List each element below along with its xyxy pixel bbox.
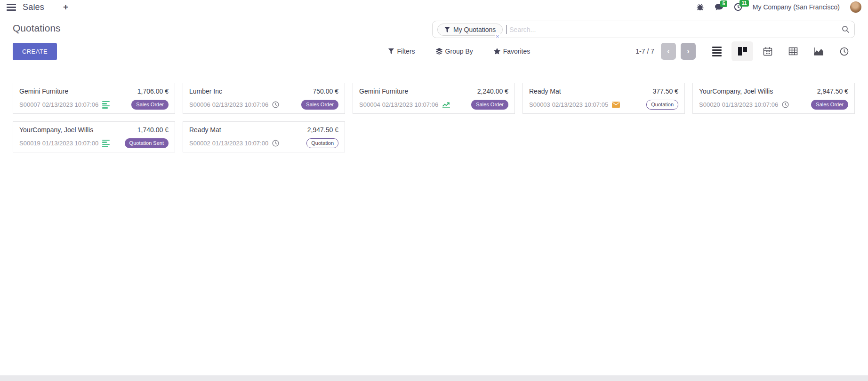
search-facet-label: My Quotations (453, 26, 496, 33)
activity-email-icon[interactable] (612, 102, 620, 108)
amount-total: 750.00 € (313, 87, 339, 95)
company-name[interactable]: My Company (San Francisco) (753, 3, 840, 11)
debug-bug-icon[interactable] (696, 3, 704, 11)
order-reference: S00007 (19, 101, 40, 108)
pager-previous-button[interactable]: ‹ (661, 43, 676, 60)
order-reference: S00019 (19, 140, 40, 147)
partner-name: Ready Mat (529, 87, 561, 95)
filters-label: Filters (397, 48, 415, 55)
order-reference: S00004 (359, 101, 380, 108)
partner-name: Ready Mat (189, 126, 221, 134)
activities-clock-icon[interactable]: 11 (734, 3, 742, 11)
activity-trend-chart-icon[interactable] (442, 101, 450, 108)
quotation-card[interactable]: Gemini Furniture 1,706.00 € S0000702/13/… (13, 83, 175, 114)
order-reference: S00002 (189, 140, 210, 147)
view-activity-button[interactable] (833, 41, 855, 61)
amount-total: 2,947.50 € (307, 126, 338, 134)
amount-total: 2,947.50 € (817, 87, 848, 95)
pivot-view-icon (788, 47, 798, 56)
quotation-card[interactable]: Ready Mat 2,947.50 € S0000201/13/2023 10… (183, 121, 345, 152)
create-button[interactable]: CREATE (13, 43, 57, 60)
list-view-icon (712, 47, 722, 56)
filter-funnel-icon (388, 48, 394, 54)
view-pivot-button[interactable] (782, 41, 804, 61)
top-navbar: Sales + 5 11 My Company (San Francisco) (0, 0, 868, 14)
status-badge: Sales Order (811, 100, 848, 110)
graph-view-icon (814, 47, 824, 56)
activities-count-badge: 11 (739, 0, 749, 7)
order-reference: S00003 (529, 101, 550, 108)
amount-total: 1,740.00 € (137, 126, 169, 134)
control-panel: Quotations My Quotations × CREATE Filter… (0, 14, 868, 66)
order-datetime: 02/13/2023 10:07:05 (552, 101, 608, 108)
order-datetime: 02/13/2023 10:07:06 (382, 101, 438, 108)
search-facet-my-quotations[interactable]: My Quotations (437, 24, 503, 36)
order-datetime: 01/13/2023 10:07:00 (42, 140, 98, 147)
order-reference: S00006 (189, 101, 210, 108)
pager: 1-7 / 7 ‹ › (635, 43, 696, 60)
status-badge: Sales Order (131, 100, 169, 110)
calendar-view-icon (763, 47, 772, 56)
quotation-card[interactable]: YourCompany, Joel Willis 2,947.50 € S000… (692, 83, 855, 114)
partner-name: YourCompany, Joel Willis (19, 126, 93, 134)
status-badge: Quotation (646, 100, 678, 110)
order-reference: S00020 (699, 101, 720, 108)
favorites-label: Favorites (503, 48, 530, 55)
amount-total: 2,240.00 € (477, 87, 508, 95)
status-badge: Sales Order (301, 100, 338, 110)
groupby-label: Group By (445, 48, 473, 55)
search-bar[interactable]: My Quotations × (432, 21, 855, 38)
pager-range: 1-7 / 7 (635, 48, 654, 55)
amount-total: 377.50 € (653, 87, 679, 95)
star-icon (494, 48, 500, 55)
layers-icon (436, 48, 442, 55)
facet-remove-icon[interactable]: × (495, 33, 500, 40)
kanban-view-icon (738, 47, 747, 56)
messages-icon[interactable]: 5 (715, 3, 723, 11)
partner-name: Gemini Furniture (359, 87, 408, 95)
search-input[interactable] (506, 26, 842, 33)
status-badge: Quotation (306, 138, 338, 148)
status-badge: Quotation Sent (125, 138, 169, 148)
view-list-button[interactable] (706, 41, 728, 61)
app-name[interactable]: Sales (23, 2, 44, 12)
filter-funnel-icon (444, 27, 450, 32)
activity-done-list-icon[interactable] (102, 101, 110, 109)
groupby-dropdown[interactable]: Group By (436, 48, 473, 55)
quotation-card[interactable]: Ready Mat 377.50 € S0000302/13/2023 10:0… (522, 83, 685, 114)
quotation-card[interactable]: YourCompany, Joel Willis 1,740.00 € S000… (13, 121, 175, 152)
apps-menu-icon[interactable] (7, 3, 16, 12)
add-tab-icon[interactable]: + (63, 2, 68, 12)
page-title: Quotations (13, 21, 61, 34)
partner-name: YourCompany, Joel Willis (699, 87, 773, 95)
order-datetime: 02/13/2023 10:07:06 (212, 101, 268, 108)
partner-name: Lumber Inc (189, 87, 222, 95)
order-datetime: 01/13/2023 10:07:00 (212, 140, 268, 147)
search-icon[interactable] (842, 25, 850, 33)
view-switcher (706, 41, 855, 61)
order-datetime: 02/13/2023 10:07:06 (42, 101, 98, 108)
activity-done-list-icon[interactable] (102, 140, 110, 147)
user-avatar[interactable] (850, 1, 861, 13)
quotation-card[interactable]: Gemini Furniture 2,240.00 € S0000402/13/… (353, 83, 515, 114)
pager-next-button[interactable]: › (681, 43, 696, 60)
filters-dropdown[interactable]: Filters (388, 48, 415, 55)
partner-name: Gemini Furniture (19, 87, 68, 95)
activity-clock-icon[interactable] (782, 101, 789, 108)
view-calendar-button[interactable] (757, 41, 779, 61)
view-kanban-button[interactable] (731, 41, 753, 61)
quotation-card[interactable]: Lumber Inc 750.00 € S0000602/13/2023 10:… (183, 83, 345, 114)
messages-count-badge: 5 (720, 0, 728, 7)
activity-clock-icon[interactable] (272, 140, 279, 147)
status-badge: Sales Order (471, 100, 508, 110)
horizontal-scrollbar[interactable] (0, 375, 868, 381)
activity-clock-icon[interactable] (272, 101, 279, 108)
activity-view-icon (840, 47, 849, 56)
view-graph-button[interactable] (808, 41, 829, 61)
favorites-dropdown[interactable]: Favorites (494, 48, 530, 55)
kanban-view: Gemini Furniture 1,706.00 € S0000702/13/… (0, 66, 868, 152)
order-datetime: 01/13/2023 10:07:06 (722, 101, 778, 108)
amount-total: 1,706.00 € (137, 87, 169, 95)
